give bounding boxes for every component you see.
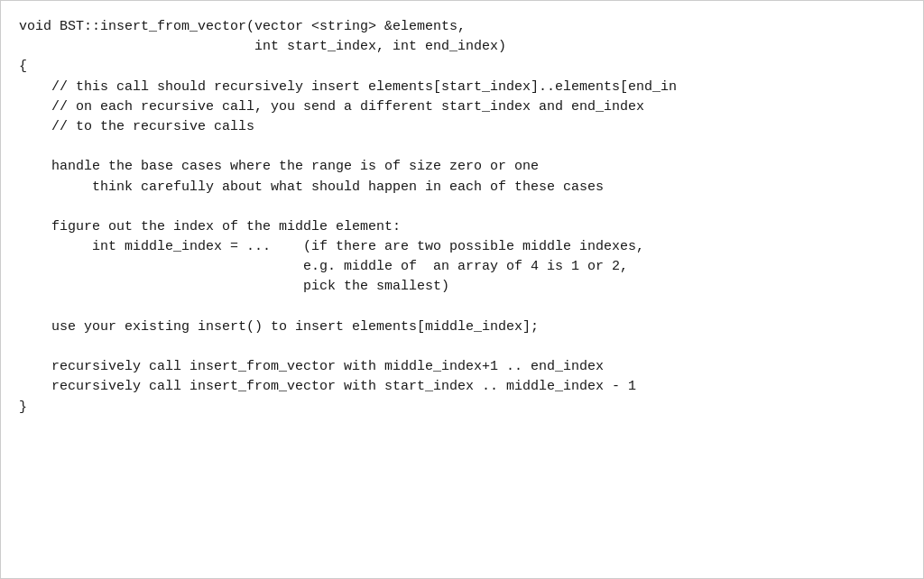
code-line: think carefully about what should happen… [19, 178, 905, 198]
code-line: int middle_index = ... (if there are two… [19, 237, 905, 257]
code-line: int start_index, int end_index) [19, 37, 905, 57]
code-line: // this call should recursively insert e… [19, 78, 905, 97]
code-line: // on each recursive call, you send a di… [19, 97, 905, 117]
code-line: } [19, 398, 905, 418]
code-line: use your existing insert() to insert ele… [19, 317, 905, 337]
code-line [19, 337, 905, 357]
code-line [19, 298, 905, 317]
code-line: recursively call insert_from_vector with… [19, 357, 905, 377]
code-line: // to the recursive calls [19, 117, 905, 137]
code-line [19, 137, 905, 157]
code-line: figure out the index of the middle eleme… [19, 217, 905, 237]
code-line: { [19, 57, 905, 77]
code-line: handle the base cases where the range is… [19, 157, 905, 177]
code-line [19, 198, 905, 217]
code-line: recursively call insert_from_vector with… [19, 377, 905, 397]
code-line: void BST::insert_from_vector(vector <str… [19, 17, 905, 37]
code-block: void BST::insert_from_vector(vector <str… [19, 17, 905, 418]
code-line: e.g. middle of an array of 4 is 1 or 2, [19, 257, 905, 277]
code-container: void BST::insert_from_vector(vector <str… [0, 0, 924, 579]
code-line: pick the smallest) [19, 277, 905, 297]
